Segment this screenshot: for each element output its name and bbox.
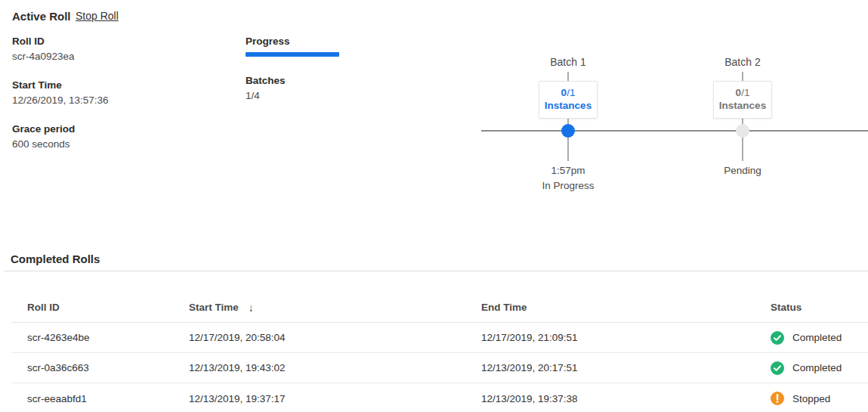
cell-end-time: 12/17/2019, 21:09:51 xyxy=(481,332,771,343)
cell-roll-id: scr-4263e4be xyxy=(27,332,189,343)
cell-roll-id: scr-eeaabfd1 xyxy=(27,393,189,404)
batch-1-count-done: 0 xyxy=(561,87,567,98)
table-row[interactable]: scr-0a36c663 12/13/2019, 19:43:02 12/13/… xyxy=(11,353,868,383)
batch-1-instances-card[interactable]: 0/1 Instances xyxy=(539,81,598,119)
batch-1-count-total: /1 xyxy=(567,87,575,98)
cell-end-time: 12/13/2019, 19:37:38 xyxy=(481,393,771,404)
batch-2-instances-label: Instances xyxy=(717,99,768,112)
cell-end-time: 12/13/2019, 20:17:51 xyxy=(481,362,771,373)
completed-rolls-table: Roll ID Start Time ↓ End Time Status scr… xyxy=(11,293,868,412)
batch-1-name: Batch 1 xyxy=(515,56,621,68)
status-badge: Stopped xyxy=(792,393,830,404)
timeline-batch-2: Batch 2 0/1 Instances Pending xyxy=(690,56,795,119)
status-badge: Completed xyxy=(792,362,842,373)
batch-2-timeline-dot xyxy=(736,124,749,138)
column-header-start-time[interactable]: Start Time ↓ xyxy=(189,302,481,314)
timeline-axis xyxy=(481,130,868,132)
batch-1-time: 1:57pm xyxy=(515,165,621,176)
cell-start-time: 12/13/2019, 19:37:17 xyxy=(189,393,481,404)
cell-start-time: 12/17/2019, 20:58:04 xyxy=(189,332,481,343)
batch-1-status: In Progress xyxy=(515,180,621,191)
batch-2-instances-card[interactable]: 0/1 Instances xyxy=(713,81,772,119)
cell-status: Completed xyxy=(771,361,868,375)
batch-timeline: Batch 1 0/1 Instances 1:57pm In Progress… xyxy=(0,0,868,227)
sort-descending-icon: ↓ xyxy=(249,302,254,314)
cell-start-time: 12/13/2019, 19:43:02 xyxy=(189,362,481,373)
batch-2-count-done: 0 xyxy=(736,87,742,98)
cell-status: Completed xyxy=(771,331,868,345)
batch-2-instance-count: 0/1 xyxy=(717,87,768,99)
batch-2-count-total: /1 xyxy=(741,87,749,98)
start-time-header-label: Start Time xyxy=(189,302,239,313)
rollout-page: Active Roll Stop Roll Roll ID scr-4a0923… xyxy=(0,0,868,412)
batch-1-instance-count: 0/1 xyxy=(542,87,594,99)
check-circle-icon xyxy=(771,331,784,345)
section-divider xyxy=(4,271,868,271)
cell-status: Stopped xyxy=(771,392,868,405)
batch-1-instances-label: Instances xyxy=(542,99,594,112)
status-badge: Completed xyxy=(792,332,842,343)
column-header-status[interactable]: Status xyxy=(771,302,868,313)
batch-1-timeline-dot xyxy=(561,124,575,138)
check-circle-icon xyxy=(771,361,784,375)
timeline-batch-1: Batch 1 0/1 Instances 1:57pm In Progress xyxy=(515,56,621,119)
table-header-row: Roll ID Start Time ↓ End Time Status xyxy=(11,293,868,323)
cell-roll-id: scr-0a36c663 xyxy=(27,362,189,373)
column-header-end-time[interactable]: End Time xyxy=(481,302,771,313)
table-row[interactable]: scr-eeaabfd1 12/13/2019, 19:37:17 12/13/… xyxy=(11,383,868,412)
table-row[interactable]: scr-4263e4be 12/17/2019, 20:58:04 12/17/… xyxy=(11,323,868,353)
batch-2-name: Batch 2 xyxy=(690,56,795,68)
column-header-roll-id[interactable]: Roll ID xyxy=(27,302,189,313)
batch-2-time: Pending xyxy=(690,165,795,176)
completed-rolls-title: Completed Rolls xyxy=(11,252,100,265)
exclamation-circle-icon xyxy=(771,392,784,405)
